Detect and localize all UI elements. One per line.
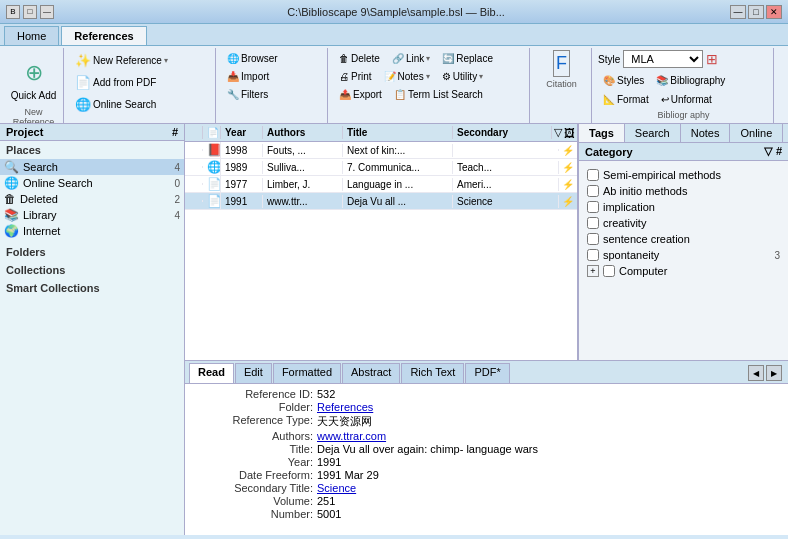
col-header-indicator[interactable]	[185, 126, 203, 139]
sidebar-item-search[interactable]: 🔍 Search 4	[0, 159, 184, 175]
maximize-button[interactable]: □	[748, 5, 764, 19]
filters-icon: 🔧	[227, 89, 239, 100]
delete-button[interactable]: 🗑 Delete	[334, 50, 385, 67]
restore-icon[interactable]: □	[23, 5, 37, 19]
style-select[interactable]: MLA APA Chicago	[623, 50, 703, 68]
category-checkbox[interactable]	[587, 201, 599, 213]
smart-collections-group[interactable]: Smart Collections	[0, 279, 184, 297]
category-checkbox[interactable]	[587, 169, 599, 181]
quick-add-button[interactable]: ⊕ Quick Add	[4, 56, 64, 105]
sidebar-item-online-search[interactable]: 🌐 Online Search 0	[0, 175, 184, 191]
field-value: 5001	[317, 508, 341, 520]
field-value-link[interactable]: References	[317, 401, 373, 413]
unformat-button[interactable]: ↩ Unformat	[656, 91, 717, 108]
bibliography-button[interactable]: 📚 Bibliography	[651, 72, 730, 89]
table-row[interactable]: 📄 1991 www.ttr... Deja Vu all ... Scienc…	[185, 193, 577, 210]
field-value-link[interactable]: Science	[317, 482, 356, 494]
category-label: Semi-empirical methods	[603, 169, 721, 181]
toolbar-section-style: Style MLA APA Chicago ⊞ 🎨 Styles 📚 Bibli…	[594, 48, 774, 124]
detail-row-date: Date Freeform: 1991 Mar 29	[193, 469, 780, 481]
col-header-year[interactable]: Year	[221, 126, 263, 139]
filter-icon[interactable]: ▽	[554, 126, 562, 139]
format-button[interactable]: 📐 Format	[598, 91, 654, 108]
nav-next[interactable]: ▶	[766, 365, 782, 381]
right-panel-tabs: Tags Search Notes Online	[579, 124, 788, 143]
row-action[interactable]: ⚡	[559, 196, 577, 207]
close-button[interactable]: ✕	[766, 5, 782, 19]
image-icon[interactable]: 🖼	[564, 127, 575, 139]
import-button[interactable]: 📥 Import	[222, 68, 274, 85]
row-authors: Fouts, ...	[263, 144, 343, 157]
row-action[interactable]: ⚡	[559, 145, 577, 156]
category-label: spontaneity	[603, 249, 659, 261]
styles-bib-row: 🎨 Styles 📚 Bibliography	[598, 72, 769, 89]
detail-tab-rich-text[interactable]: Rich Text	[401, 363, 464, 383]
filters-button[interactable]: 🔧 Filters	[222, 86, 273, 103]
col-header-authors[interactable]: Authors	[263, 126, 343, 139]
sidebar-item-deleted[interactable]: 🗑 Deleted 2	[0, 191, 184, 207]
tab-search[interactable]: Search	[625, 124, 681, 142]
table-row[interactable]: 🌐 1989 Sulliva... 7. Communica... Teach.…	[185, 159, 577, 176]
main-area: Project # Places 🔍 Search 4 🌐 Online Sea…	[0, 124, 788, 535]
notes-icon: 📝	[384, 71, 396, 82]
table-row[interactable]: 📄 1977 Limber, J. Language in ... Ameri.…	[185, 176, 577, 193]
styles-button[interactable]: 🎨 Styles	[598, 72, 649, 89]
add-pdf-button[interactable]: 📄 Add from PDF	[70, 72, 161, 93]
category-checkbox[interactable]	[587, 217, 599, 229]
table-row[interactable]: 📕 1998 Fouts, ... Next of kin:... ⚡	[185, 142, 577, 159]
expand-icon[interactable]: +	[587, 265, 599, 277]
category-checkbox[interactable]	[587, 233, 599, 245]
row-action[interactable]: ⚡	[559, 162, 577, 173]
detail-tab-pdf[interactable]: PDF*	[465, 363, 509, 383]
tab-home[interactable]: Home	[4, 26, 59, 45]
field-value-link[interactable]: www.ttrar.com	[317, 430, 386, 442]
sidebar-item-internet[interactable]: 🌍 Internet	[0, 223, 184, 239]
field-label: Folder:	[193, 401, 313, 413]
collections-group[interactable]: Collections	[0, 261, 184, 279]
sidebar-online-search-count: 0	[168, 178, 180, 189]
sidebar-online-search-label: Online Search	[23, 177, 164, 189]
tab-online[interactable]: Online	[730, 124, 783, 142]
tab-tags[interactable]: Tags	[579, 124, 625, 142]
category-checkbox[interactable]	[587, 185, 599, 197]
citation-icon[interactable]: F	[553, 50, 570, 77]
col-header-title[interactable]: Title	[343, 126, 453, 139]
category-item: implication	[583, 199, 784, 215]
row-type-icon: 🌐	[203, 159, 221, 175]
minimize-button[interactable]: —	[730, 5, 746, 19]
term-list-button[interactable]: 📋 Term List Search	[389, 86, 488, 103]
detail-tab-abstract[interactable]: Abstract	[342, 363, 400, 383]
delete-icon: 🗑	[339, 53, 349, 64]
export-button[interactable]: 📤 Export	[334, 86, 387, 103]
link-button[interactable]: 🔗 Link ▾	[387, 50, 435, 67]
detail-tab-read[interactable]: Read	[189, 363, 234, 383]
col-header-secondary[interactable]: Secondary	[453, 126, 552, 139]
col-header-type[interactable]: 📄	[203, 126, 221, 139]
row-action[interactable]: ⚡	[559, 179, 577, 190]
tab-notes[interactable]: Notes	[681, 124, 731, 142]
import-icon: 📥	[227, 71, 239, 82]
filter-icon[interactable]: ▽	[764, 145, 772, 158]
tab-references[interactable]: References	[61, 26, 146, 45]
utility-button[interactable]: ⚙ Utility ▾	[437, 68, 488, 85]
category-checkbox[interactable]	[587, 249, 599, 261]
category-item: Ab initio methods	[583, 183, 784, 199]
category-checkbox[interactable]	[603, 265, 615, 277]
min-icon[interactable]: —	[40, 5, 54, 19]
link-arrow: ▾	[426, 54, 430, 63]
row-indicator	[185, 200, 203, 202]
ref-list-area: 📄 Year Authors Title Secondary ▽ 🖼 📕	[185, 124, 788, 360]
bib-icon: 📚	[656, 75, 668, 86]
folders-group[interactable]: Folders	[0, 243, 184, 261]
notes-button[interactable]: 📝 Notes ▾	[379, 68, 435, 85]
print-button[interactable]: 🖨 Print	[334, 68, 377, 85]
replace-button[interactable]: 🔄 Replace	[437, 50, 498, 67]
online-search-button[interactable]: 🌐 Online Search	[70, 94, 161, 115]
sidebar-item-library[interactable]: 📚 Library 4	[0, 207, 184, 223]
nav-prev[interactable]: ◀	[748, 365, 764, 381]
detail-tab-edit[interactable]: Edit	[235, 363, 272, 383]
browser-button[interactable]: 🌐 Browser	[222, 50, 283, 67]
new-reference-button[interactable]: ✨ New Reference ▾	[70, 50, 173, 71]
detail-tab-formatted[interactable]: Formatted	[273, 363, 341, 383]
row-title: 7. Communica...	[343, 161, 453, 174]
